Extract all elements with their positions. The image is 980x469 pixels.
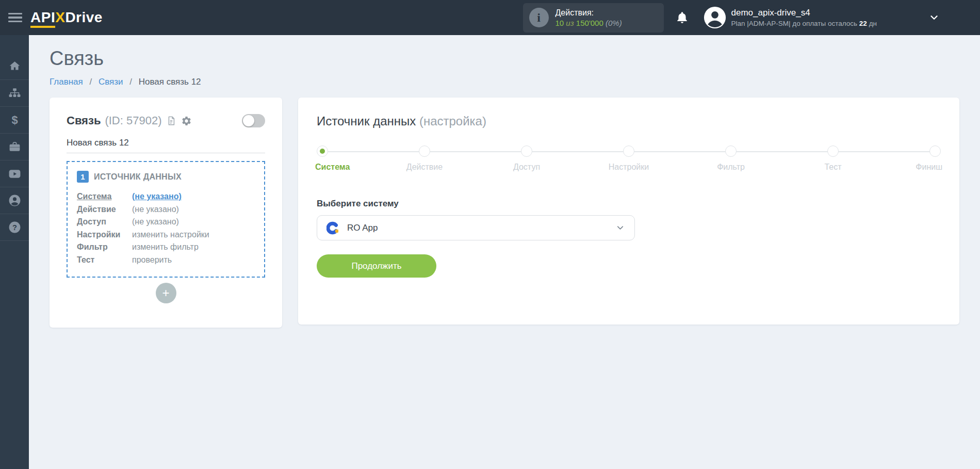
user-plan: Plan |ADM-AP-SM| до оплаты осталось 22 д… [731, 20, 877, 27]
source-card-title: Источник данных [317, 114, 416, 128]
step-number-badge: 1 [77, 171, 89, 183]
sitemap-icon [8, 87, 21, 100]
source-card-header: Источник данных (настройка) [317, 114, 941, 128]
breadcrumb: Главная / Связи / Новая связь 12 [50, 77, 959, 87]
row-label: Действие [77, 203, 132, 216]
actions-text: Действия: 10 из 150'000 (0%) [556, 8, 622, 27]
row-value: (не указано) [132, 216, 179, 229]
link-card-title: Связь [67, 114, 101, 127]
source-card-subtitle: (настройка) [419, 114, 486, 128]
sidebar-item-billing[interactable]: $ [0, 107, 29, 134]
step-circle[interactable] [521, 145, 532, 157]
main-content: Связь Главная / Связи / Новая связь 12 С… [29, 35, 980, 469]
data-source-summary[interactable]: 1 ИСТОЧНИК ДАННЫХ Система (не указано) Д… [67, 161, 265, 278]
row-label: Фильтр [77, 241, 132, 254]
actions-usage: 10 из 150'000 (0%) [556, 19, 622, 27]
home-icon [8, 60, 21, 73]
step-circle[interactable] [623, 145, 634, 157]
data-source-section-title: ИСТОЧНИК ДАННЫХ [94, 172, 182, 182]
user-account[interactable]: demo_apix-drive_s4 Plan |ADM-AP-SM| до о… [703, 6, 877, 29]
row-label[interactable]: Система [77, 190, 132, 203]
actions-counter[interactable]: i Действия: 10 из 150'000 (0%) [523, 3, 664, 33]
row-value: проверить [132, 254, 172, 267]
step-circle[interactable] [827, 145, 839, 157]
data-source-setup-card: Источник данных (настройка) Система Дейс… [298, 98, 959, 325]
step-settings[interactable]: Настройки [623, 145, 634, 157]
ro-app-logo-icon [326, 221, 340, 235]
logo-x: X [55, 9, 65, 25]
row-value: изменить фильтр [132, 241, 199, 254]
link-enable-toggle[interactable] [242, 114, 265, 127]
sidebar-item-home[interactable] [0, 53, 29, 80]
summary-row-system: Система (не указано) [77, 190, 255, 203]
step-circle[interactable] [317, 145, 328, 157]
step-access[interactable]: Доступ [521, 145, 532, 157]
logo-drive: Drive [65, 9, 103, 25]
notes-icon[interactable] [166, 116, 176, 126]
step-system[interactable]: Система [317, 145, 328, 157]
select-chevron-down-icon [615, 223, 625, 233]
row-value-link[interactable]: (не указано) [132, 190, 182, 203]
summary-row-filter: Фильтр изменить фильтр [77, 241, 255, 254]
summary-row-action: Действие (не указано) [77, 203, 255, 216]
logo-api: API [30, 9, 55, 28]
link-summary-card: Связь (ID: 57902) [50, 98, 282, 328]
step-circle[interactable] [725, 145, 737, 157]
sidebar-item-services[interactable] [0, 134, 29, 160]
add-step-button[interactable]: + [156, 283, 176, 303]
breadcrumb-links[interactable]: Связи [99, 77, 123, 87]
summary-row-settings: Настройки изменить настройки [77, 229, 255, 241]
row-label: Настройки [77, 229, 132, 241]
row-value: изменить настройки [132, 229, 209, 241]
step-filter[interactable]: Фильтр [725, 145, 737, 157]
help-icon: ? [8, 221, 21, 234]
sidebar-item-video[interactable] [0, 160, 29, 187]
topbar-chevron-down-icon[interactable] [928, 12, 940, 23]
apix-drive-logo[interactable]: APIXDrive [30, 9, 103, 26]
row-label: Тест [77, 254, 132, 267]
briefcase-icon [8, 140, 21, 153]
step-finish[interactable]: Финиш [929, 145, 941, 157]
selected-system-name: RO App [347, 223, 378, 233]
avatar-icon [703, 6, 727, 29]
system-select[interactable]: RO App [317, 215, 635, 240]
user-info: demo_apix-drive_s4 Plan |ADM-AP-SM| до о… [731, 8, 877, 27]
notifications-bell-icon[interactable] [675, 10, 689, 25]
dollar-icon: $ [8, 114, 21, 126]
link-name-input[interactable] [67, 138, 265, 153]
continue-button[interactable]: Продолжить [317, 254, 436, 278]
person-icon [8, 194, 21, 207]
user-name: demo_apix-drive_s4 [731, 8, 877, 18]
gear-icon[interactable] [181, 116, 192, 126]
page-title: Связь [50, 47, 959, 70]
sidebar-item-help[interactable]: ? [0, 214, 29, 241]
step-circle[interactable] [929, 145, 941, 157]
svg-text:$: $ [11, 114, 18, 126]
row-value: (не указано) [132, 203, 179, 216]
hamburger-menu-icon[interactable] [8, 11, 22, 25]
row-label: Доступ [77, 216, 132, 229]
svg-text:?: ? [12, 223, 17, 232]
top-navbar: APIXDrive i Действия: 10 из 150'000 (0%)… [0, 0, 980, 35]
breadcrumb-current: Новая связь 12 [139, 77, 201, 87]
info-icon: i [529, 8, 549, 27]
link-id: (ID: 57902) [105, 114, 161, 127]
summary-row-test: Тест проверить [77, 254, 255, 267]
actions-label: Действия: [556, 8, 622, 18]
sidebar-item-connections[interactable] [0, 80, 29, 107]
system-select-label: Выберите систему [317, 199, 941, 209]
step-test[interactable]: Тест [827, 145, 839, 157]
youtube-icon [8, 167, 21, 180]
sidebar-item-account[interactable] [0, 187, 29, 214]
summary-row-access: Доступ (не указано) [77, 216, 255, 229]
sidebar-nav: $ ? [0, 35, 29, 469]
breadcrumb-home[interactable]: Главная [50, 77, 83, 87]
setup-stepper: Система Действие Доступ Настройки [317, 145, 941, 174]
step-action[interactable]: Действие [419, 145, 430, 157]
step-circle[interactable] [419, 145, 430, 157]
